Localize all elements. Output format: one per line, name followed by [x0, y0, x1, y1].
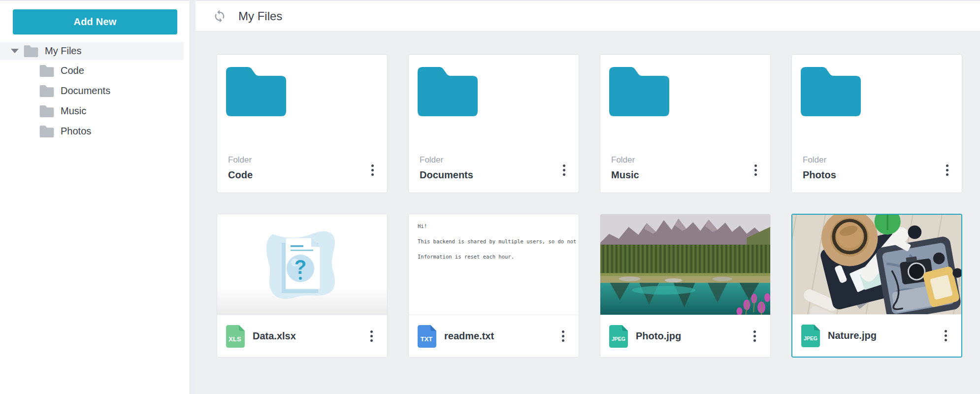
folder-icon [39, 65, 54, 77]
folder-card-photos[interactable]: Folder Photos [791, 54, 962, 193]
refresh-icon[interactable] [213, 9, 227, 23]
item-name: Code [228, 169, 253, 181]
svg-text:JPEG: JPEG [612, 336, 625, 342]
caret-down-icon[interactable] [11, 49, 19, 53]
more-options-button[interactable] [367, 163, 377, 178]
folder-card-documents[interactable]: Folder Documents [408, 54, 579, 193]
tree-item-photos[interactable]: Photos [0, 122, 190, 141]
folder-card-code[interactable]: Folder Code [217, 54, 388, 193]
folder-icon [801, 67, 861, 116]
txt-file-badge-icon: TXT [418, 325, 436, 348]
file-preview-image [600, 214, 770, 315]
file-preview-text: Hi! This backend is shared by multiple u… [409, 214, 579, 315]
item-name: Photos [803, 169, 836, 181]
folder-icon [24, 45, 38, 57]
main-header: My Files [196, 1, 980, 32]
more-options-button[interactable] [750, 328, 759, 344]
jpeg-file-badge-icon: JPEG [801, 325, 820, 347]
file-card-nature-jpg-selected[interactable]: JPEG Nature.jpg [791, 214, 962, 358]
tree-item-label: Music [61, 105, 86, 117]
main-panel: My Files Folder Code Folder Documents [196, 1, 980, 394]
folder-icon [609, 67, 669, 116]
svg-text:XLS: XLS [229, 335, 241, 343]
file-preview-image [792, 215, 961, 314]
more-options-button[interactable] [366, 328, 376, 344]
xls-file-badge-icon: XLS [226, 325, 245, 348]
folder-icon [39, 126, 54, 137]
folder-card-music[interactable]: Folder Music [600, 54, 771, 193]
item-name: Photo.jpg [636, 330, 681, 342]
mountain-lake-photo [600, 214, 770, 315]
more-options-button[interactable] [941, 328, 950, 343]
jpeg-file-badge-icon: JPEG [609, 325, 628, 348]
text-file-contents: Hi! This backend is shared by multiple u… [409, 214, 579, 261]
sidebar: Add New My Files Code Documents Music [0, 1, 190, 394]
suitcase-travel-photo [792, 215, 961, 314]
tree-item-label: Code [61, 65, 84, 76]
svg-text:JPEG: JPEG [804, 335, 817, 341]
item-name: Music [611, 169, 639, 181]
tree-item-my-files[interactable]: My Files [0, 42, 184, 60]
folder-tree: My Files Code Documents Music Photos [0, 42, 190, 141]
tree-item-music[interactable]: Music [0, 101, 190, 121]
folder-icon [39, 85, 54, 97]
item-type-label: Folder [420, 155, 473, 165]
add-new-button[interactable]: Add New [13, 9, 177, 34]
more-options-button[interactable] [751, 163, 760, 178]
more-options-button[interactable] [558, 328, 568, 344]
page-title: My Files [238, 9, 282, 23]
item-type-label: Folder [228, 155, 253, 165]
item-name: Data.xlsx [253, 330, 296, 342]
tree-item-code[interactable]: Code [0, 61, 190, 80]
item-name: Documents [420, 169, 473, 181]
tree-item-label: Documents [61, 85, 110, 97]
svg-text:TXT: TXT [421, 335, 433, 343]
svg-text:?: ? [294, 256, 306, 278]
tree-item-documents[interactable]: Documents [0, 81, 190, 100]
unknown-document-illustration: ? [253, 225, 352, 304]
sidebar-scrollbar[interactable] [190, 1, 196, 394]
item-type-label: Folder [611, 155, 639, 165]
item-name: Nature.jpg [828, 330, 877, 341]
file-grid: Folder Code Folder Documents Folder Musi… [196, 32, 980, 358]
folder-icon [226, 67, 286, 116]
folder-icon [418, 67, 478, 116]
folder-icon [39, 105, 54, 117]
more-options-button[interactable] [559, 163, 569, 178]
item-name: readme.txt [444, 330, 494, 342]
item-type-label: Folder [803, 155, 836, 165]
tree-item-label: Photos [61, 126, 91, 137]
tree-item-label: My Files [45, 45, 81, 57]
more-options-button[interactable] [942, 163, 952, 178]
file-card-photo-jpg[interactable]: JPEG Photo.jpg [600, 214, 771, 358]
file-preview-thumbnail: ? [217, 214, 387, 315]
file-manager-app: Add New My Files Code Documents Music [0, 0, 980, 394]
file-card-readme-txt[interactable]: Hi! This backend is shared by multiple u… [408, 214, 579, 358]
file-card-data-xlsx[interactable]: ? XLS Data.xlsx [217, 214, 388, 358]
